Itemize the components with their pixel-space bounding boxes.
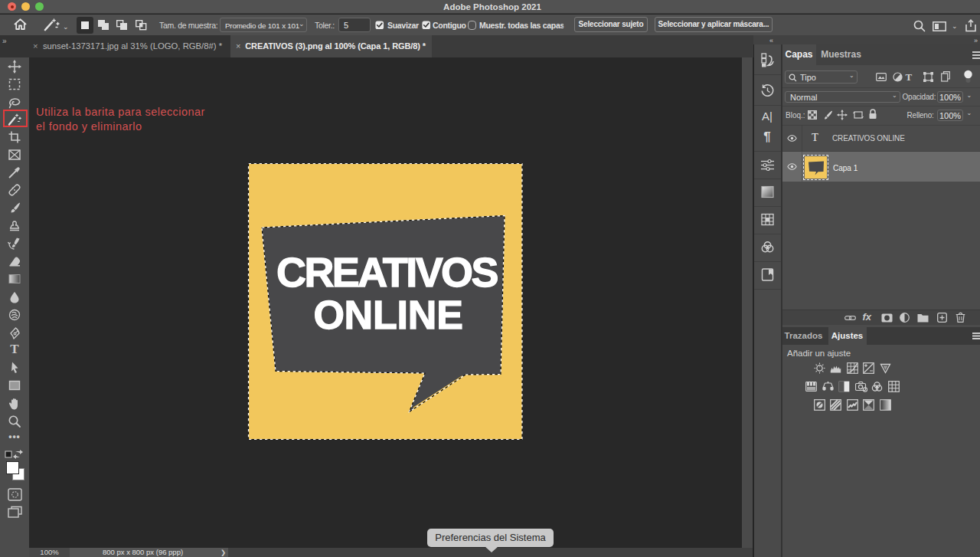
svg-text:CREATIVOS: CREATIVOS <box>276 249 498 295</box>
svg-text:ONLINE: ONLINE <box>313 293 462 337</box>
